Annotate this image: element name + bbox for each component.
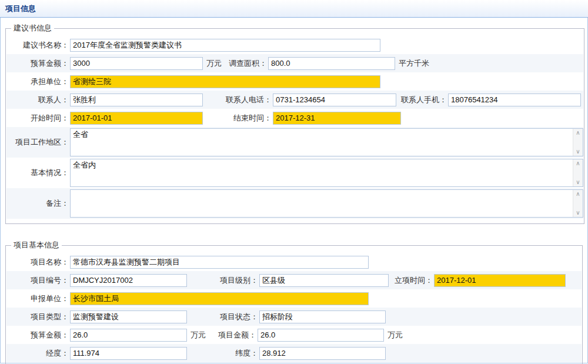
project-budget-unit-label: 万元: [191, 330, 206, 340]
undertaker-label: 承担单位：: [6, 76, 69, 87]
declare-unit-row: 申报单位：: [6, 289, 582, 308]
survey-area-input[interactable]: [268, 57, 395, 70]
latitude-input[interactable]: [259, 347, 386, 360]
project-info-page: 项目信息 建议书信息 建议书名称： 预算金额： 万元 调查面积： 平方千米 承担…: [0, 0, 588, 364]
end-date-input[interactable]: [273, 112, 401, 125]
remark-row: 备注： ∧ ∨: [6, 188, 583, 219]
coordinates-row: 经度： 纬度：: [6, 344, 582, 362]
scroll-down-icon[interactable]: ∨: [576, 149, 580, 155]
project-name-label: 项目名称：: [6, 257, 69, 268]
declare-unit-label: 申报单位：: [6, 293, 69, 304]
scroll-up-icon[interactable]: ∧: [576, 161, 580, 166]
project-name-input[interactable]: [70, 256, 369, 269]
project-code-label: 项目编号：: [6, 275, 69, 286]
contact-mobile-label: 联系人手机：: [396, 95, 447, 105]
project-amount-unit-label: 万元: [387, 330, 403, 340]
panel-body: 建议书信息 建议书名称： 预算金额： 万元 调查面积： 平方千米 承担单位： 联…: [0, 18, 588, 363]
contact-input[interactable]: [70, 93, 203, 106]
work-area-scrollbar[interactable]: ∧ ∨: [573, 129, 583, 156]
proposal-legend: 建议书信息: [11, 23, 54, 34]
proposal-budget-input[interactable]: [70, 57, 203, 70]
start-date-label: 开始时间：: [6, 113, 69, 123]
approval-date-label: 立项时间：: [389, 275, 433, 286]
project-code-row: 项目编号： 项目级别： 立项时间：: [6, 271, 582, 289]
dates-row: 开始时间： 结束时间：: [6, 109, 583, 127]
project-budget-label: 预算金额：: [6, 330, 69, 340]
project-name-row: 项目名称：: [6, 253, 582, 271]
project-type-label: 项目类型：: [6, 312, 69, 322]
survey-area-unit-label: 平方千米: [399, 58, 429, 69]
work-area-textarea[interactable]: 全省 ∧ ∨: [70, 128, 583, 156]
proposal-budget-row: 预算金额： 万元 调查面积： 平方千米: [6, 54, 583, 72]
project-budget-row: 预算金额： 万元 项目金额： 万元: [6, 326, 582, 344]
project-level-label: 项目级别：: [187, 275, 258, 286]
project-level-input[interactable]: [259, 274, 389, 287]
remark-text[interactable]: [71, 190, 573, 217]
project-code-input[interactable]: [70, 274, 187, 287]
page-title: 项目信息: [5, 4, 36, 14]
latitude-label: 纬度：: [187, 348, 258, 359]
contact-mobile-input[interactable]: [448, 93, 581, 106]
basic-info-text[interactable]: 全省内: [71, 159, 573, 186]
longitude-label: 经度：: [6, 348, 69, 359]
end-date-label: 结束时间：: [203, 113, 272, 123]
proposal-budget-label: 预算金额：: [6, 58, 69, 69]
contact-row: 联系人： 联系人电话： 联系人手机：: [6, 91, 583, 109]
project-amount-input[interactable]: [258, 329, 384, 342]
survey-area-label: 调查面积：: [222, 58, 267, 69]
proposal-name-row: 建议书名称：: [6, 36, 583, 54]
project-status-label: 项目状态：: [187, 312, 258, 322]
scroll-up-icon[interactable]: ∧: [576, 130, 580, 136]
page-header: 项目信息: [0, 0, 588, 18]
budget-unit-label: 万元: [206, 58, 222, 69]
basic-info-textarea[interactable]: 全省内 ∧ ∨: [70, 159, 583, 187]
start-date-input[interactable]: [70, 112, 203, 125]
approval-date-input[interactable]: [434, 274, 566, 287]
project-budget-input[interactable]: [70, 329, 187, 342]
proposal-name-label: 建议书名称：: [6, 40, 69, 51]
work-area-label: 项目工作地区：: [6, 137, 69, 148]
contact-label: 联系人：: [6, 95, 69, 105]
basic-info-label: 基本情况：: [6, 168, 69, 178]
project-type-row: 项目类型： 项目状态：: [6, 308, 582, 326]
project-type-input[interactable]: [70, 310, 187, 323]
work-area-text[interactable]: 全省: [71, 129, 573, 156]
scroll-up-icon[interactable]: ∧: [576, 191, 580, 197]
basic-info-row: 基本情况： 全省内 ∧ ∨: [6, 158, 583, 188]
proposal-name-input[interactable]: [70, 39, 380, 52]
basic-info-scrollbar[interactable]: ∧ ∨: [573, 159, 583, 186]
proposal-fieldset: 建议书信息 建议书名称： 预算金额： 万元 调查面积： 平方千米 承担单位： 联…: [5, 23, 584, 224]
contact-phone-label: 联系人电话：: [203, 95, 272, 105]
project-legend: 项目基本信息: [11, 240, 62, 251]
declare-unit-input[interactable]: [70, 292, 369, 305]
remark-scrollbar[interactable]: ∧ ∨: [573, 190, 583, 217]
remark-label: 备注：: [6, 198, 69, 209]
undertaker-input[interactable]: [70, 75, 380, 88]
project-fieldset: 项目基本信息 项目名称： 项目编号： 项目级别： 立项时间： 申报单位： 项目类…: [5, 240, 583, 364]
project-status-input[interactable]: [259, 310, 386, 323]
remark-textarea[interactable]: ∧ ∨: [70, 189, 583, 218]
project-amount-label: 项目金额：: [206, 330, 256, 340]
scroll-down-icon[interactable]: ∨: [576, 179, 580, 185]
longitude-input[interactable]: [70, 347, 187, 360]
contact-phone-input[interactable]: [273, 93, 396, 106]
scroll-down-icon[interactable]: ∨: [576, 210, 580, 216]
work-area-row: 项目工作地区： 全省 ∧ ∨: [6, 127, 583, 158]
undertaker-row: 承担单位：: [6, 72, 583, 91]
